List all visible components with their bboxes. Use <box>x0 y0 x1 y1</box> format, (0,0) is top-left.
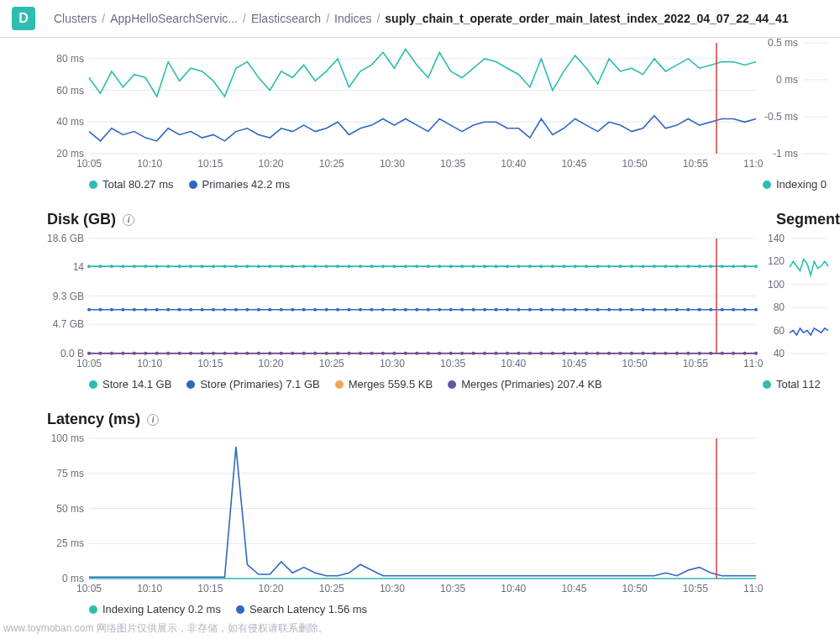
svg-text:10:30: 10:30 <box>380 158 405 170</box>
breadcrumb-item[interactable]: Indices <box>334 12 371 25</box>
legend-label: Merges (Primaries) 207.4 KB <box>461 378 602 390</box>
legend-swatch <box>89 181 97 189</box>
legend-item[interactable]: Search Latency 1.56 ms <box>236 603 367 615</box>
svg-text:11:00: 11:00 <box>743 158 763 170</box>
title-text: Segment <box>776 211 840 228</box>
legend-item[interactable]: Merges (Primaries) 207.4 KB <box>448 378 602 390</box>
svg-text:11:00: 11:00 <box>743 358 763 369</box>
legend-label: Total 80.27 ms <box>102 178 174 191</box>
legend-disk-side: Total 112 <box>763 374 821 390</box>
legend-item[interactable]: Store (Primaries) 7.1 GB <box>186 378 319 390</box>
breadcrumb-item[interactable]: AppHelloSearchServic... <box>110 12 238 25</box>
svg-text:10:35: 10:35 <box>440 583 465 594</box>
legend-swatch <box>186 380 195 389</box>
legend-item[interactable]: Merges 559.5 KB <box>335 378 433 390</box>
panel-disk: Disk (GB) i Segment 0.0 B4.7 GB9.3 GB141… <box>40 211 840 390</box>
svg-text:10:25: 10:25 <box>319 158 344 170</box>
legend-item[interactable]: Primaries 42.2 ms <box>189 178 291 191</box>
svg-text:10:35: 10:35 <box>440 358 465 369</box>
chart-disk-side[interactable]: 406080100120140 <box>763 233 830 372</box>
svg-text:10:20: 10:20 <box>259 358 284 369</box>
svg-text:10:25: 10:25 <box>319 358 344 369</box>
svg-text:10:10: 10:10 <box>137 583 162 594</box>
svg-text:10:05: 10:05 <box>76 583 102 594</box>
legend-label: Indexing 0 <box>776 178 827 191</box>
svg-text:10:10: 10:10 <box>137 358 162 369</box>
chart-top-main[interactable]: 20 ms40 ms60 ms80 ms10:0510:1010:1510:20… <box>40 38 763 172</box>
svg-text:10:15: 10:15 <box>197 158 223 170</box>
svg-text:10:55: 10:55 <box>683 358 708 369</box>
legend-label: Merges 559.5 KB <box>349 378 433 390</box>
chart-disk-main[interactable]: 0.0 B4.7 GB9.3 GB1418.6 GB10:0510:1010:1… <box>40 233 763 372</box>
legend-item[interactable]: Total 112 <box>763 378 821 390</box>
panel-latency: Latency (ms) i 0 ms25 ms50 ms75 ms100 ms… <box>40 411 840 615</box>
header: D Clusters/AppHelloSearchServic.../Elast… <box>0 0 840 38</box>
legend-latency: Indexing Latency 0.2 msSearch Latency 1.… <box>40 600 840 615</box>
svg-text:140: 140 <box>768 233 785 244</box>
svg-text:25 ms: 25 ms <box>56 537 84 549</box>
svg-text:10:05: 10:05 <box>76 158 102 170</box>
legend-item[interactable]: Indexing 0 <box>763 178 827 191</box>
svg-text:10:45: 10:45 <box>561 583 586 594</box>
svg-text:60 ms: 60 ms <box>56 85 84 97</box>
svg-text:75 ms: 75 ms <box>56 468 84 479</box>
breadcrumb-separator: / <box>102 12 105 25</box>
legend-item[interactable]: Indexing Latency 0.2 ms <box>89 603 221 615</box>
svg-text:18.6 GB: 18.6 GB <box>47 233 84 244</box>
chart-top-side[interactable]: -1 ms-0.5 ms0 ms0.5 ms <box>763 38 830 172</box>
legend-swatch <box>89 605 97 614</box>
info-icon[interactable]: i <box>123 214 134 226</box>
svg-text:-1 ms: -1 ms <box>773 148 798 160</box>
svg-text:10:05: 10:05 <box>76 358 102 369</box>
legend-swatch <box>335 380 344 389</box>
panel-title-disk: Disk (GB) i <box>40 211 134 228</box>
svg-text:-0.5 ms: -0.5 ms <box>764 111 798 123</box>
legend-top: Total 80.27 msPrimaries 42.2 ms <box>40 175 763 191</box>
legend-item[interactable]: Total 80.27 ms <box>89 178 174 191</box>
svg-text:60: 60 <box>774 325 785 337</box>
svg-text:10:45: 10:45 <box>561 158 586 170</box>
svg-text:40 ms: 40 ms <box>56 116 84 128</box>
legend-label: Store 14.1 GB <box>102 378 171 390</box>
breadcrumb-separator: / <box>243 12 246 25</box>
svg-text:10:30: 10:30 <box>380 583 405 594</box>
svg-text:0 ms: 0 ms <box>776 74 798 86</box>
svg-text:10:40: 10:40 <box>501 583 526 594</box>
svg-text:0.5 ms: 0.5 ms <box>768 38 798 49</box>
app-logo[interactable]: D <box>12 7 35 30</box>
legend-item[interactable]: Store 14.1 GB <box>89 378 171 390</box>
svg-text:80: 80 <box>774 301 785 313</box>
legend-swatch <box>189 181 197 189</box>
breadcrumb-item: suply_chain_t_operate_order_main_latest_… <box>385 12 788 25</box>
breadcrumb-item[interactable]: Elasticsearch <box>251 12 321 25</box>
svg-text:100: 100 <box>768 279 785 291</box>
svg-text:11:00: 11:00 <box>743 583 763 594</box>
svg-text:14: 14 <box>73 261 85 273</box>
svg-text:10:40: 10:40 <box>501 358 526 369</box>
breadcrumb-item[interactable]: Clusters <box>54 12 97 25</box>
legend-swatch <box>89 380 97 389</box>
info-icon[interactable]: i <box>147 414 159 426</box>
svg-text:10:15: 10:15 <box>197 583 223 594</box>
legend-top-side: Indexing 0 <box>763 175 827 191</box>
svg-text:50 ms: 50 ms <box>56 503 84 515</box>
legend-label: Total 112 <box>776 378 821 390</box>
breadcrumb: Clusters/AppHelloSearchServic.../Elastic… <box>54 12 789 25</box>
chart-latency-main[interactable]: 0 ms25 ms50 ms75 ms100 ms10:0510:1010:15… <box>40 433 763 597</box>
legend-swatch <box>236 605 244 614</box>
svg-text:80 ms: 80 ms <box>56 53 84 65</box>
legend-label: Search Latency 1.56 ms <box>249 603 367 615</box>
panel-title-latency: Latency (ms) i <box>40 411 840 428</box>
svg-text:40: 40 <box>774 348 785 359</box>
svg-text:10:40: 10:40 <box>501 158 526 170</box>
svg-text:10:20: 10:20 <box>259 158 284 170</box>
svg-text:10:20: 10:20 <box>259 583 284 594</box>
breadcrumb-separator: / <box>326 12 329 25</box>
svg-text:4.7 GB: 4.7 GB <box>53 318 84 330</box>
svg-text:10:45: 10:45 <box>561 358 586 369</box>
svg-text:100 ms: 100 ms <box>51 433 84 444</box>
title-text: Disk (GB) <box>47 211 116 228</box>
svg-text:10:25: 10:25 <box>319 583 344 594</box>
legend-swatch <box>763 181 771 189</box>
svg-text:9.3 GB: 9.3 GB <box>53 291 84 302</box>
